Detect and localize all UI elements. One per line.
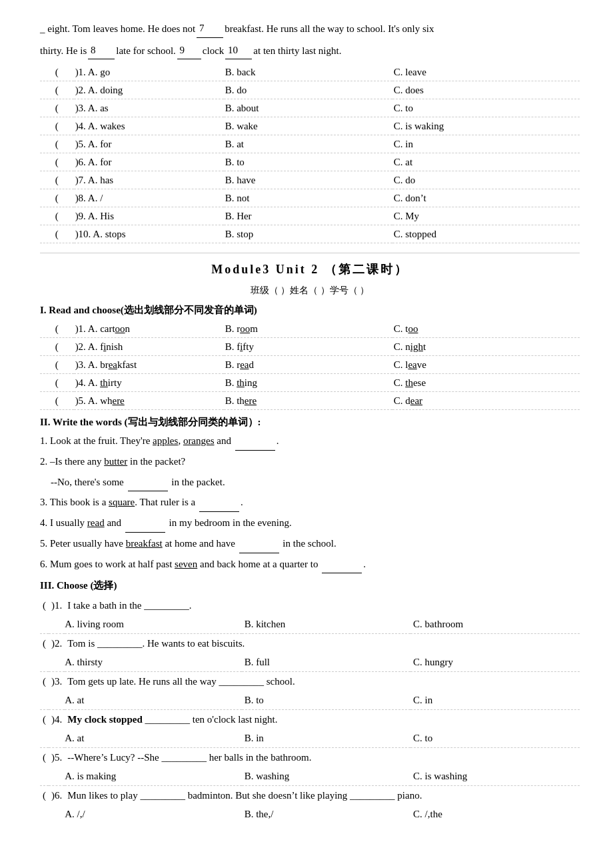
item-num: )2. bbox=[49, 634, 65, 653]
option-b: B. not bbox=[224, 189, 392, 207]
table-row: ( )4. My clock stopped _________ ten o'c… bbox=[40, 710, 580, 729]
table-row: A. at B. in C. to bbox=[40, 729, 580, 748]
table-row: ( )3. A. breakfast B. read C. leave bbox=[40, 356, 580, 374]
option-c: C. My bbox=[392, 207, 580, 225]
option-b: B. wake bbox=[224, 117, 392, 135]
table-row: ( )2. Tom is _________. He wants to eat … bbox=[40, 634, 580, 653]
paren-open: ( bbox=[40, 392, 74, 410]
paren-open: ( bbox=[40, 786, 49, 805]
paren-open: ( bbox=[40, 710, 49, 729]
table-row: ( )5. A. where B. there C. dear bbox=[40, 392, 580, 410]
option-a: A. at bbox=[65, 729, 241, 748]
paren-space bbox=[40, 691, 49, 710]
table-row: ( )5. A. for B. at C. in bbox=[40, 135, 580, 153]
paren-open: ( bbox=[40, 81, 74, 99]
paren-open: ( bbox=[40, 596, 49, 615]
section1-title: I. Read and choose(选出划线部分不同发音的单词) bbox=[40, 302, 580, 318]
option-c: C. does bbox=[392, 81, 580, 99]
section3-choices-table: ( )1. I take a bath in the _________. A.… bbox=[40, 596, 580, 823]
paren-space bbox=[40, 805, 49, 823]
section1-choices-table: ( )1. A. cartoon B. room C. too ( )2. A.… bbox=[40, 320, 580, 410]
paren-open: ( bbox=[40, 748, 49, 767]
option-c: C. is washing bbox=[410, 767, 580, 786]
option-b: B. at bbox=[224, 135, 392, 153]
paren-open: ( bbox=[40, 207, 74, 225]
paren-open: ( bbox=[40, 225, 74, 243]
option-c: C. to bbox=[410, 729, 580, 748]
item-num: )4. A. wakes bbox=[74, 117, 224, 135]
table-row: ( )4. A. wakes B. wake C. is waking bbox=[40, 117, 580, 135]
paren-open: ( bbox=[40, 320, 74, 338]
item-num: )6. bbox=[49, 786, 65, 805]
table-row: A. living room B. kitchen C. bathroom bbox=[40, 615, 580, 634]
option-b: B. about bbox=[224, 99, 392, 117]
table-row: ( )3. Tom gets up late. He runs all the … bbox=[40, 672, 580, 691]
item-num: )3. bbox=[49, 672, 65, 691]
option-c: C. in bbox=[392, 135, 580, 153]
table-row: ( )7. A. has B. have C. do bbox=[40, 171, 580, 189]
item-num: )8. A. / bbox=[74, 189, 224, 207]
option-b: B. back bbox=[224, 63, 392, 81]
option-c: C. don’t bbox=[392, 189, 580, 207]
table-row: A. at B. to C. in bbox=[40, 691, 580, 710]
num-space bbox=[49, 805, 65, 823]
table-row: A. thirsty B. full C. hungry bbox=[40, 653, 580, 672]
section2-items: 1. Look at the fruit. They're apples, or… bbox=[40, 432, 580, 573]
question-text: --Where’s Lucy? --She _________ her ball… bbox=[65, 748, 580, 767]
paren-open: ( bbox=[40, 374, 74, 392]
table-row: A. is making B. washing C. is washing bbox=[40, 767, 580, 786]
part1-choices-table: ( )1. A. go B. back C. leave ( )2. A. do… bbox=[40, 63, 580, 243]
passage-line1: _ eight. Tom leaves home. He does not 7 … bbox=[40, 20, 580, 38]
item-num: )4. bbox=[49, 710, 65, 729]
paren-open: ( bbox=[40, 338, 74, 356]
passage-line2: thirty. He is 8 late for school. 9 clock… bbox=[40, 42, 580, 60]
option-c: C. leave bbox=[392, 63, 580, 81]
option-c: C. leave bbox=[392, 356, 580, 374]
option-b: B. read bbox=[224, 356, 392, 374]
option-b: B. to bbox=[242, 691, 410, 710]
option-b: B. there bbox=[224, 392, 392, 410]
paren-open: ( bbox=[40, 117, 74, 135]
option-c: C. too bbox=[392, 320, 580, 338]
item-num: )4. A. thirty bbox=[74, 374, 224, 392]
item-num: )2. A. doing bbox=[74, 81, 224, 99]
option-a: A. thirsty bbox=[65, 653, 241, 672]
num-space bbox=[49, 653, 65, 672]
question-text: I take a bath in the _________. bbox=[65, 596, 580, 615]
item-num: )5. A. where bbox=[74, 392, 224, 410]
table-row: ( )1. I take a bath in the _________. bbox=[40, 596, 580, 615]
option-c: C. hungry bbox=[410, 653, 580, 672]
option-b: B. washing bbox=[242, 767, 410, 786]
option-b: B. Her bbox=[224, 207, 392, 225]
option-b: B. have bbox=[224, 171, 392, 189]
paren-open: ( bbox=[40, 135, 74, 153]
option-b: B. the,/ bbox=[242, 805, 410, 823]
option-a: A. /,/ bbox=[65, 805, 241, 823]
paren-open: ( bbox=[40, 63, 74, 81]
num-space bbox=[49, 729, 65, 748]
table-row: A. /,/ B. the,/ C. /,the bbox=[40, 805, 580, 823]
paren-space bbox=[40, 615, 49, 634]
paren-open: ( bbox=[40, 189, 74, 207]
table-row: ( )1. A. go B. back C. leave bbox=[40, 63, 580, 81]
table-row: ( )2. A. finish B. fifty C. night bbox=[40, 338, 580, 356]
table-row: ( )8. A. / B. not C. don’t bbox=[40, 189, 580, 207]
option-c: C. to bbox=[392, 99, 580, 117]
paren-space bbox=[40, 729, 49, 748]
table-row: ( )1. A. cartoon B. room C. too bbox=[40, 320, 580, 338]
paren-open: ( bbox=[40, 634, 49, 653]
section2-title: II. Write the words (写出与划线部分同类的单词）: bbox=[40, 414, 580, 430]
table-row: ( )3. A. as B. about C. to bbox=[40, 99, 580, 117]
table-row: ( )4. A. thirty B. thing C. these bbox=[40, 374, 580, 392]
table-row: ( )2. A. doing B. do C. does bbox=[40, 81, 580, 99]
table-row: ( )5. --Where’s Lucy? --She _________ he… bbox=[40, 748, 580, 767]
item-num: )1. A. go bbox=[74, 63, 224, 81]
item-num: )6. A. for bbox=[74, 153, 224, 171]
question-text: My clock stopped _________ ten o'clock l… bbox=[65, 710, 580, 729]
option-b: B. kitchen bbox=[242, 615, 410, 634]
option-b: B. fifty bbox=[224, 338, 392, 356]
paren-open: ( bbox=[40, 171, 74, 189]
item-num: )10. A. stops bbox=[74, 225, 224, 243]
option-c: C. these bbox=[392, 374, 580, 392]
option-a: A. at bbox=[65, 691, 241, 710]
